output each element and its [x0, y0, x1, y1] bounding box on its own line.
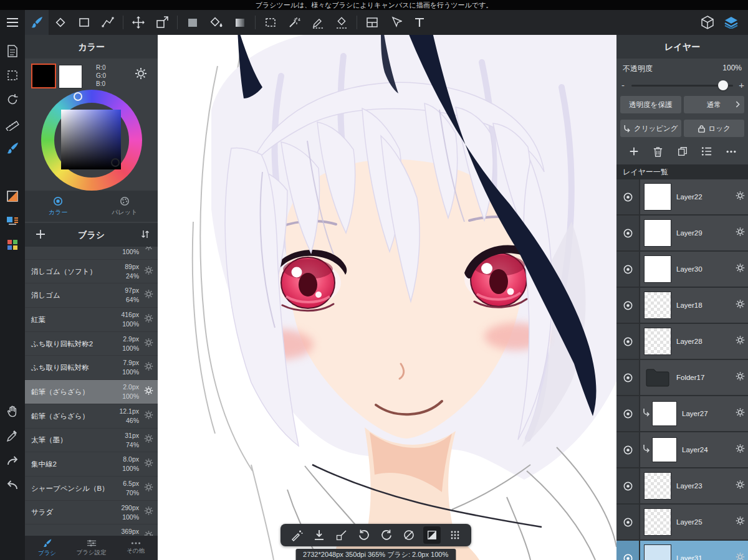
layer-row[interactable]: Layer22	[616, 179, 748, 214]
tab-palette[interactable]: パレット	[92, 191, 158, 222]
gradient-tool-button[interactable]	[228, 10, 252, 35]
opacity-minus[interactable]: -	[621, 78, 625, 92]
layer-settings-gear-icon[interactable]	[736, 336, 745, 348]
drag-handle-icon[interactable]	[445, 524, 465, 546]
transform-tool-button[interactable]	[150, 10, 174, 35]
layer-folder-row[interactable]: Folder17	[616, 360, 748, 395]
layer-settings-gear-icon[interactable]	[736, 553, 745, 560]
tab-brush-settings[interactable]: ブラシ設定	[69, 536, 113, 560]
brush-item[interactable]: 集中線28.0px100%	[25, 452, 158, 477]
select-eraser-tool-button[interactable]	[330, 10, 353, 35]
layer-visibility-toggle[interactable]	[616, 468, 640, 503]
divide-canvas-tool-button[interactable]	[360, 10, 384, 35]
flip-view-button[interactable]	[423, 526, 441, 544]
brush-settings-gear-icon[interactable]	[144, 362, 153, 374]
material-3d-button[interactable]	[696, 10, 719, 35]
layer-settings-gear-icon[interactable]	[736, 516, 745, 528]
brush-settings-gear-icon[interactable]	[144, 265, 153, 277]
hand-tool-button[interactable]	[3, 403, 22, 420]
magic-wand-tool-button[interactable]	[282, 10, 306, 35]
layer-row[interactable]: Layer23	[616, 468, 748, 503]
brush-settings-gear-icon[interactable]	[144, 290, 153, 301]
lock-button[interactable]: ロック	[684, 120, 745, 137]
tab-other[interactable]: その他	[113, 536, 158, 560]
brush-panel-button[interactable]	[3, 140, 22, 157]
layer-list-options-button[interactable]	[698, 142, 716, 161]
layer-thumbnail[interactable]	[644, 183, 671, 211]
layer-visibility-toggle[interactable]	[616, 252, 640, 287]
layer-thumbnail[interactable]	[644, 472, 671, 500]
layer-settings-gear-icon[interactable]	[736, 227, 745, 239]
layer-settings-gear-icon[interactable]	[736, 408, 745, 420]
protect-alpha-button[interactable]: 透明度を保護	[620, 96, 681, 113]
opacity-plus[interactable]: +	[739, 78, 744, 92]
layer-row[interactable]: Layer31	[616, 541, 748, 560]
move-tool-button[interactable]	[127, 10, 150, 35]
canvas[interactable]: 2732*2048px 350dpi 365% ブラシ: 2.0px 100%	[158, 35, 616, 560]
add-layer-button[interactable]	[625, 142, 643, 161]
fill-rect-tool-button[interactable]	[181, 10, 204, 35]
blend-mode-button[interactable]: 通常	[684, 96, 745, 113]
layer-visibility-toggle[interactable]	[616, 432, 640, 467]
color-settings-gear-icon[interactable]	[135, 67, 147, 82]
layer-thumbnail[interactable]	[644, 544, 671, 560]
layer-thumbnail[interactable]	[652, 401, 677, 426]
brush-item[interactable]: 消しゴム（ソフト）89px24%	[25, 260, 158, 284]
eyedropper-tool-button[interactable]	[3, 427, 22, 445]
opacity-slider-knob[interactable]	[718, 80, 728, 90]
layer-row[interactable]: Layer24	[616, 432, 748, 467]
palette-grid-button[interactable]	[3, 236, 22, 254]
color-chip-button[interactable]	[3, 187, 22, 205]
brush-settings-gear-icon[interactable]	[144, 247, 153, 253]
select-pen-tool-button[interactable]	[306, 10, 330, 35]
brush-settings-gear-icon[interactable]	[144, 313, 153, 325]
select-rect-tool-button[interactable]	[259, 10, 282, 35]
foreground-color-swatch[interactable]	[31, 64, 56, 88]
select-panel-button[interactable]	[3, 67, 22, 84]
rotate-reset-button[interactable]	[399, 524, 419, 546]
brush-settings-gear-icon[interactable]	[144, 458, 153, 470]
brush-item[interactable]: 太筆（墨）31px74%	[25, 429, 158, 453]
layer-visibility-toggle[interactable]	[616, 360, 640, 395]
layer-thumbnail[interactable]	[644, 508, 671, 536]
layer-settings-gear-icon[interactable]	[736, 444, 745, 456]
brush-item[interactable]: サラダ290px100%	[25, 501, 158, 525]
redo-button[interactable]	[3, 452, 22, 469]
layer-thumbnail[interactable]	[644, 292, 671, 319]
brush-settings-gear-icon[interactable]	[144, 482, 153, 494]
text-tool-button[interactable]	[408, 10, 431, 35]
layer-row[interactable]: Layer27	[616, 396, 748, 431]
tab-brush[interactable]: ブラシ	[25, 536, 69, 560]
rotate-cw-button[interactable]	[376, 524, 396, 546]
clipping-button[interactable]: クリッピング	[620, 120, 681, 137]
undo-button[interactable]	[3, 476, 22, 493]
brush-settings-gear-icon[interactable]	[144, 410, 153, 422]
brush-tool-button[interactable]	[25, 10, 49, 35]
brush-item[interactable]: 消しゴム97px64%	[25, 283, 158, 308]
sort-brushes-icon[interactable]	[140, 229, 150, 242]
background-color-swatch[interactable]	[59, 65, 82, 88]
layer-visibility-toggle[interactable]	[616, 179, 640, 214]
rotate-ccw-button[interactable]	[354, 524, 374, 546]
layer-thumbnail[interactable]	[652, 437, 677, 462]
brush-item[interactable]: 369px	[25, 524, 158, 536]
layer-row[interactable]: Layer30	[616, 252, 748, 287]
layer-thumbnail[interactable]	[644, 255, 671, 283]
layer-settings-gear-icon[interactable]	[736, 372, 745, 384]
brush-item[interactable]: シャープペンシル（B）6.5px70%	[25, 477, 158, 501]
folder-icon[interactable]	[644, 364, 671, 391]
layer-visibility-toggle[interactable]	[616, 288, 640, 323]
shape-tool-button[interactable]	[72, 10, 96, 35]
layer-visibility-toggle[interactable]	[616, 216, 640, 250]
layer-thumbnail[interactable]	[644, 328, 671, 355]
brush-item[interactable]: ふち取り回転対称22.9px100%	[25, 332, 158, 356]
brush-settings-gear-icon[interactable]	[144, 506, 153, 518]
tab-color[interactable]: カラー	[25, 191, 92, 222]
brush-settings-gear-icon[interactable]	[144, 386, 153, 397]
bucket-tool-button[interactable]	[204, 10, 228, 35]
brush-item[interactable]: 鉛筆（ざらざら）12.1px46%	[25, 404, 158, 429]
layer-visibility-toggle[interactable]	[616, 396, 640, 431]
stabilizer-button[interactable]	[287, 524, 307, 546]
brush-settings-gear-icon[interactable]	[144, 434, 153, 446]
layer-settings-gear-icon[interactable]	[736, 480, 745, 492]
